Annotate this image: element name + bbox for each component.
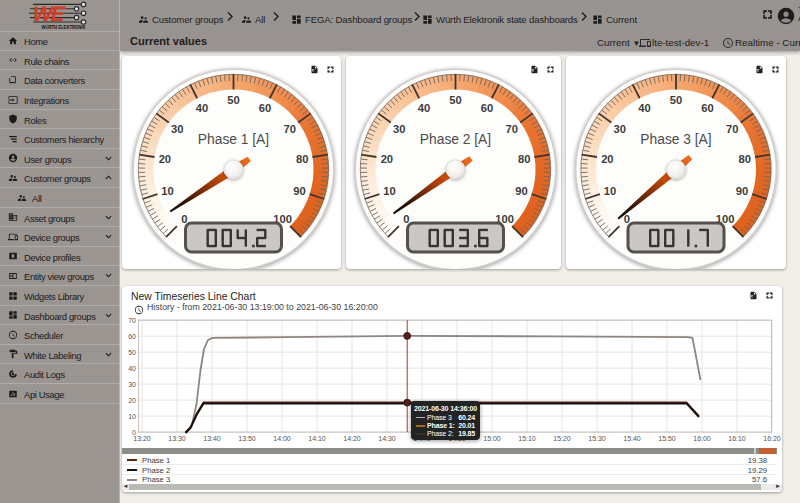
svg-text:10: 10 bbox=[603, 184, 615, 196]
svg-text:30: 30 bbox=[393, 122, 405, 134]
svg-text:13:40: 13:40 bbox=[203, 435, 221, 442]
svg-text:16:20: 16:20 bbox=[763, 435, 781, 442]
svg-text:15:20: 15:20 bbox=[553, 435, 571, 442]
svg-text:50: 50 bbox=[669, 94, 681, 106]
svg-text:WE: WE bbox=[30, 3, 68, 27]
svg-text:0: 0 bbox=[181, 212, 187, 224]
svg-text:70: 70 bbox=[505, 122, 517, 134]
svg-text:20: 20 bbox=[128, 397, 136, 404]
svg-text:80: 80 bbox=[295, 152, 307, 164]
svg-text:14:10: 14:10 bbox=[308, 435, 326, 442]
svg-text:15:30: 15:30 bbox=[588, 435, 606, 442]
svg-text:Phase 2 [A]: Phase 2 [A] bbox=[419, 131, 490, 146]
svg-text:Phase 3 [A]: Phase 3 [A] bbox=[640, 131, 711, 146]
svg-text:15:10: 15:10 bbox=[518, 435, 536, 442]
svg-text:13:30: 13:30 bbox=[168, 435, 186, 442]
svg-text:80: 80 bbox=[738, 152, 750, 164]
svg-text:15:00: 15:00 bbox=[483, 435, 501, 442]
svg-text:80: 80 bbox=[517, 152, 529, 164]
svg-text:13:50: 13:50 bbox=[238, 435, 256, 442]
svg-text:50: 50 bbox=[128, 349, 136, 356]
svg-text:50: 50 bbox=[449, 94, 461, 106]
svg-text:20: 20 bbox=[380, 152, 392, 164]
svg-text:60: 60 bbox=[128, 333, 136, 340]
svg-text:60: 60 bbox=[258, 101, 270, 113]
svg-text:90: 90 bbox=[293, 184, 305, 196]
svg-text:40: 40 bbox=[128, 365, 136, 372]
svg-text:14:20: 14:20 bbox=[343, 435, 361, 442]
svg-text:Phase 1 [A]: Phase 1 [A] bbox=[197, 131, 268, 146]
svg-text:90: 90 bbox=[735, 184, 747, 196]
svg-text:90: 90 bbox=[515, 184, 527, 196]
svg-text:0: 0 bbox=[403, 212, 409, 224]
svg-text:10: 10 bbox=[128, 413, 136, 420]
svg-text:14:30: 14:30 bbox=[378, 435, 396, 442]
svg-text:30: 30 bbox=[171, 122, 183, 134]
svg-text:40: 40 bbox=[638, 101, 650, 113]
svg-text:WÜRTH ELEKTRONIK: WÜRTH ELEKTRONIK bbox=[42, 24, 86, 30]
svg-text:13:20: 13:20 bbox=[133, 435, 151, 442]
svg-text:20: 20 bbox=[601, 152, 613, 164]
svg-text:15:50: 15:50 bbox=[658, 435, 676, 442]
svg-text:30: 30 bbox=[613, 122, 625, 134]
svg-text:30: 30 bbox=[128, 381, 136, 388]
svg-text:16:10: 16:10 bbox=[728, 435, 746, 442]
svg-text:10: 10 bbox=[383, 184, 395, 196]
svg-text:60: 60 bbox=[480, 101, 492, 113]
svg-text:20: 20 bbox=[158, 152, 170, 164]
svg-text:10: 10 bbox=[161, 184, 173, 196]
svg-text:70: 70 bbox=[726, 122, 738, 134]
svg-text:14:00: 14:00 bbox=[273, 435, 291, 442]
svg-text:40: 40 bbox=[417, 101, 429, 113]
svg-text:15:40: 15:40 bbox=[623, 435, 641, 442]
svg-text:16:00: 16:00 bbox=[693, 435, 711, 442]
svg-text:60: 60 bbox=[701, 101, 713, 113]
svg-text:40: 40 bbox=[195, 101, 207, 113]
svg-text:70: 70 bbox=[283, 122, 295, 134]
svg-text:50: 50 bbox=[227, 94, 239, 106]
